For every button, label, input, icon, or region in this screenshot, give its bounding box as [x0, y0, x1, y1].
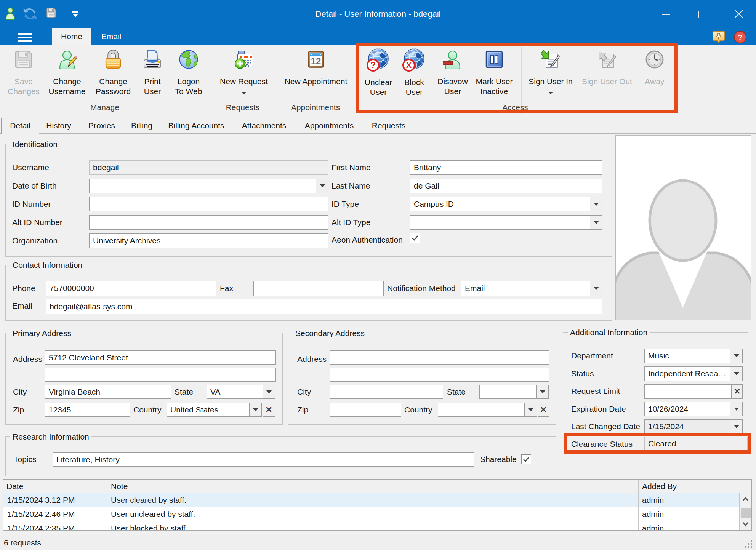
svg-text:?: ?: [738, 33, 743, 42]
